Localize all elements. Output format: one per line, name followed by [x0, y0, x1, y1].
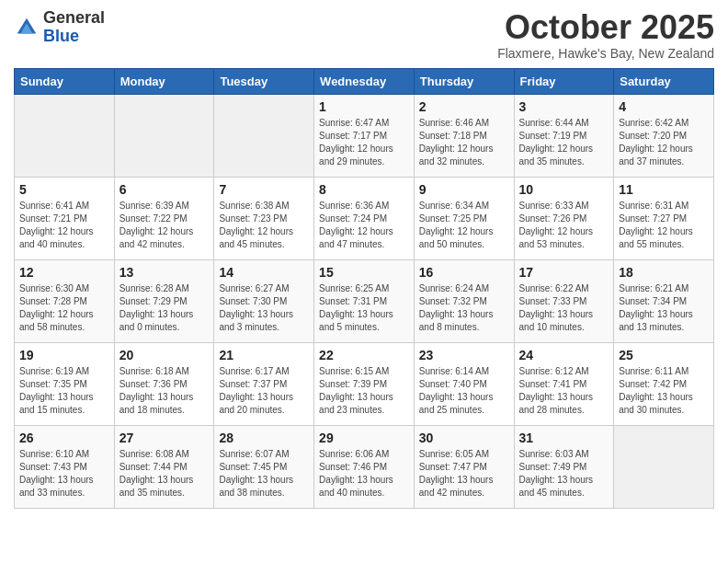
calendar-cell: 25Sunrise: 6:11 AMSunset: 7:42 PMDayligh…: [614, 342, 714, 425]
calendar-cell: [214, 94, 314, 177]
calendar-table: SundayMondayTuesdayWednesdayThursdayFrid…: [14, 68, 714, 509]
day-number: 14: [219, 265, 309, 280]
day-number: 31: [519, 431, 609, 445]
day-number: 30: [419, 431, 509, 445]
calendar-cell: 1Sunrise: 6:47 AMSunset: 7:17 PMDaylight…: [314, 94, 415, 177]
day-info: Sunrise: 6:03 AMSunset: 7:49 PMDaylight:…: [519, 448, 609, 500]
location-text: Flaxmere, Hawke's Bay, New Zealand: [497, 46, 714, 61]
day-info: Sunrise: 6:47 AMSunset: 7:17 PMDaylight:…: [319, 117, 409, 168]
logo-general-text: General: [43, 9, 105, 28]
logo-icon: [14, 15, 40, 40]
day-info: Sunrise: 6:38 AMSunset: 7:23 PMDaylight:…: [219, 200, 309, 251]
calendar-cell: 20Sunrise: 6:18 AMSunset: 7:36 PMDayligh…: [114, 342, 214, 425]
day-number: 6: [119, 182, 210, 197]
day-number: 15: [319, 265, 409, 280]
week-row-3: 12Sunrise: 6:30 AMSunset: 7:28 PMDayligh…: [15, 259, 714, 342]
title-block: October 2025 Flaxmere, Hawke's Bay, New …: [497, 9, 714, 61]
day-info: Sunrise: 6:06 AMSunset: 7:46 PMDaylight:…: [319, 448, 409, 500]
day-info: Sunrise: 6:17 AMSunset: 7:37 PMDaylight:…: [219, 365, 309, 417]
days-of-week-row: SundayMondayTuesdayWednesdayThursdayFrid…: [15, 68, 714, 94]
calendar-cell: 30Sunrise: 6:05 AMSunset: 7:47 PMDayligh…: [414, 425, 514, 508]
day-number: 23: [419, 348, 509, 362]
month-title: October 2025: [497, 9, 714, 46]
dow-header-saturday: Saturday: [614, 68, 714, 94]
calendar-cell: 24Sunrise: 6:12 AMSunset: 7:41 PMDayligh…: [514, 342, 614, 425]
calendar-cell: 2Sunrise: 6:46 AMSunset: 7:18 PMDaylight…: [414, 94, 514, 177]
day-number: 12: [19, 265, 109, 280]
day-info: Sunrise: 6:14 AMSunset: 7:40 PMDaylight:…: [419, 365, 509, 417]
calendar-cell: 13Sunrise: 6:28 AMSunset: 7:29 PMDayligh…: [114, 259, 214, 342]
day-info: Sunrise: 6:19 AMSunset: 7:35 PMDaylight:…: [19, 365, 109, 417]
day-number: 3: [519, 99, 609, 114]
calendar-cell: 6Sunrise: 6:39 AMSunset: 7:22 PMDaylight…: [114, 177, 214, 259]
calendar-cell: 16Sunrise: 6:24 AMSunset: 7:32 PMDayligh…: [414, 259, 514, 342]
day-info: Sunrise: 6:31 AMSunset: 7:27 PMDaylight:…: [619, 200, 709, 251]
day-info: Sunrise: 6:42 AMSunset: 7:20 PMDaylight:…: [619, 117, 709, 168]
calendar-cell: 12Sunrise: 6:30 AMSunset: 7:28 PMDayligh…: [15, 259, 115, 342]
day-number: 19: [19, 348, 109, 362]
day-number: 17: [519, 265, 609, 280]
day-info: Sunrise: 6:28 AMSunset: 7:29 PMDaylight:…: [119, 282, 210, 334]
day-number: 28: [219, 431, 309, 445]
day-info: Sunrise: 6:08 AMSunset: 7:44 PMDaylight:…: [119, 448, 210, 500]
calendar-cell: [614, 425, 714, 508]
calendar-cell: 7Sunrise: 6:38 AMSunset: 7:23 PMDaylight…: [214, 177, 314, 259]
day-info: Sunrise: 6:46 AMSunset: 7:18 PMDaylight:…: [419, 117, 509, 168]
calendar-cell: 23Sunrise: 6:14 AMSunset: 7:40 PMDayligh…: [414, 342, 514, 425]
calendar-cell: [15, 94, 115, 177]
dow-header-tuesday: Tuesday: [214, 68, 314, 94]
day-info: Sunrise: 6:36 AMSunset: 7:24 PMDaylight:…: [319, 200, 409, 251]
day-info: Sunrise: 6:33 AMSunset: 7:26 PMDaylight:…: [519, 200, 609, 251]
day-number: 4: [619, 99, 709, 114]
calendar-cell: 9Sunrise: 6:34 AMSunset: 7:25 PMDaylight…: [414, 177, 514, 259]
day-info: Sunrise: 6:27 AMSunset: 7:30 PMDaylight:…: [219, 282, 309, 334]
day-info: Sunrise: 6:11 AMSunset: 7:42 PMDaylight:…: [619, 365, 709, 417]
calendar-cell: 17Sunrise: 6:22 AMSunset: 7:33 PMDayligh…: [514, 259, 614, 342]
calendar-cell: 11Sunrise: 6:31 AMSunset: 7:27 PMDayligh…: [614, 177, 714, 259]
calendar-body: 1Sunrise: 6:47 AMSunset: 7:17 PMDaylight…: [15, 94, 714, 508]
day-info: Sunrise: 6:34 AMSunset: 7:25 PMDaylight:…: [419, 200, 509, 251]
day-info: Sunrise: 6:44 AMSunset: 7:19 PMDaylight:…: [519, 117, 609, 168]
day-number: 13: [119, 265, 210, 280]
week-row-4: 19Sunrise: 6:19 AMSunset: 7:35 PMDayligh…: [15, 342, 714, 425]
logo: General Blue: [14, 9, 105, 46]
calendar-cell: 15Sunrise: 6:25 AMSunset: 7:31 PMDayligh…: [314, 259, 415, 342]
calendar-cell: 28Sunrise: 6:07 AMSunset: 7:45 PMDayligh…: [214, 425, 314, 508]
day-info: Sunrise: 6:10 AMSunset: 7:43 PMDaylight:…: [19, 448, 109, 500]
calendar-cell: 14Sunrise: 6:27 AMSunset: 7:30 PMDayligh…: [214, 259, 314, 342]
day-number: 11: [619, 182, 709, 197]
week-row-1: 1Sunrise: 6:47 AMSunset: 7:17 PMDaylight…: [15, 94, 714, 177]
day-number: 24: [519, 348, 609, 362]
calendar-cell: 31Sunrise: 6:03 AMSunset: 7:49 PMDayligh…: [514, 425, 614, 508]
dow-header-wednesday: Wednesday: [314, 68, 415, 94]
day-number: 25: [619, 348, 709, 362]
calendar-cell: 21Sunrise: 6:17 AMSunset: 7:37 PMDayligh…: [214, 342, 314, 425]
day-info: Sunrise: 6:25 AMSunset: 7:31 PMDaylight:…: [319, 282, 409, 334]
day-info: Sunrise: 6:18 AMSunset: 7:36 PMDaylight:…: [119, 365, 210, 417]
day-number: 1: [319, 99, 409, 114]
calendar-cell: 22Sunrise: 6:15 AMSunset: 7:39 PMDayligh…: [314, 342, 415, 425]
day-number: 7: [219, 182, 309, 197]
week-row-5: 26Sunrise: 6:10 AMSunset: 7:43 PMDayligh…: [15, 425, 714, 508]
week-row-2: 5Sunrise: 6:41 AMSunset: 7:21 PMDaylight…: [15, 177, 714, 259]
dow-header-sunday: Sunday: [15, 68, 115, 94]
day-number: 21: [219, 348, 309, 362]
calendar-cell: 5Sunrise: 6:41 AMSunset: 7:21 PMDaylight…: [15, 177, 115, 259]
day-number: 29: [319, 431, 409, 445]
calendar-cell: 10Sunrise: 6:33 AMSunset: 7:26 PMDayligh…: [514, 177, 614, 259]
day-number: 8: [319, 182, 409, 197]
dow-header-monday: Monday: [114, 68, 214, 94]
calendar-cell: 27Sunrise: 6:08 AMSunset: 7:44 PMDayligh…: [114, 425, 214, 508]
day-number: 2: [419, 99, 509, 114]
page-header: General Blue October 2025 Flaxmere, Hawk…: [14, 9, 714, 61]
dow-header-friday: Friday: [514, 68, 614, 94]
logo-blue-text: Blue: [43, 28, 105, 46]
day-info: Sunrise: 6:39 AMSunset: 7:22 PMDaylight:…: [119, 200, 210, 251]
day-number: 5: [19, 182, 109, 197]
day-info: Sunrise: 6:21 AMSunset: 7:34 PMDaylight:…: [619, 282, 709, 334]
calendar-cell: 26Sunrise: 6:10 AMSunset: 7:43 PMDayligh…: [15, 425, 115, 508]
day-number: 10: [519, 182, 609, 197]
calendar-cell: [114, 94, 214, 177]
calendar-cell: 4Sunrise: 6:42 AMSunset: 7:20 PMDaylight…: [614, 94, 714, 177]
day-number: 22: [319, 348, 409, 362]
